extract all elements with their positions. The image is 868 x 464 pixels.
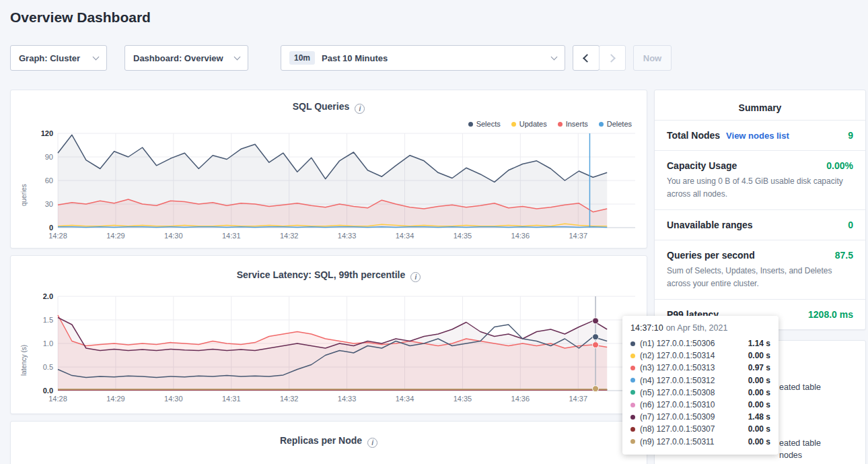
summary-row: Queries per second87.5Sum of Selects, Up… — [655, 240, 865, 299]
summary-label: Unavailable ranges — [667, 220, 753, 230]
summary-rows: Total NodesView nodes list9Capacity Usag… — [655, 120, 865, 329]
node-latency-value: 1.14 s — [748, 339, 770, 348]
tooltip-node-row: (n3) 127.0.0.1:503130.97 s — [630, 362, 770, 374]
node-address: (n8) 127.0.0.1:50307 — [640, 424, 715, 434]
service-latency-chart[interactable]: 14:2814:2914:3014:3114:3214:3314:3414:35… — [20, 292, 639, 407]
node-color-dot — [630, 390, 635, 395]
chart-title-row: Service Latency: SQL, 99th percentilei — [11, 269, 647, 282]
info-icon[interactable]: i — [355, 104, 365, 114]
svg-text:1.5: 1.5 — [43, 316, 53, 324]
tooltip-node-row: (n8) 127.0.0.1:503070.00 s — [630, 423, 770, 435]
tooltip-node-row: (n5) 127.0.0.1:503080.00 s — [630, 387, 770, 399]
tooltip-rows: (n1) 127.0.0.1:503061.14 s(n2) 127.0.0.1… — [630, 337, 770, 448]
chart-title-row: SQL Queriesi — [11, 101, 647, 114]
tooltip-node-row: (n6) 127.0.0.1:503100.00 s — [630, 399, 770, 411]
chart-title: Service Latency: SQL, 99th percentile — [237, 269, 406, 280]
chevron-left-icon — [583, 54, 591, 63]
node-color-dot — [630, 427, 635, 432]
time-range-badge: 10m — [289, 51, 315, 65]
node-latency-value: 0.00 s — [748, 388, 770, 397]
view-nodes-list-link[interactable]: View nodes list — [726, 131, 789, 141]
legend-item-selects[interactable]: Selects — [468, 120, 501, 128]
summary-label: Queries per second — [667, 250, 755, 261]
time-range-dropdown[interactable]: 10m Past 10 Minutes — [281, 45, 565, 71]
summary-value: 0.00% — [826, 160, 853, 171]
summary-value: 0 — [848, 220, 853, 230]
info-icon[interactable]: i — [367, 438, 377, 448]
now-button[interactable]: Now — [633, 45, 672, 71]
legend-color-dot — [558, 122, 563, 127]
svg-text:14:30: 14:30 — [164, 232, 183, 240]
svg-text:120: 120 — [41, 129, 53, 137]
node-color-dot — [630, 439, 635, 444]
svg-text:14:34: 14:34 — [396, 395, 414, 403]
node-address: (n3) 127.0.0.1:50313 — [640, 363, 715, 372]
summary-title: Summary — [655, 90, 865, 120]
svg-text:14:36: 14:36 — [511, 395, 530, 403]
page-title: Overview Dashboard — [10, 9, 151, 26]
node-latency-value: 0.00 s — [748, 437, 770, 446]
summary-label: Total Nodes — [667, 130, 720, 141]
svg-text:14:31: 14:31 — [222, 395, 241, 403]
svg-text:14:28: 14:28 — [48, 232, 67, 240]
replicas-per-node-chart-card: Replicas per Nodei — [10, 421, 647, 464]
chevron-down-icon — [234, 53, 241, 60]
sql-queries-chart-card: SQL Queriesi SelectsUpdatesInsertsDelete… — [10, 90, 647, 248]
svg-text:14:37: 14:37 — [569, 395, 587, 403]
tooltip-header: 14:37:10on Apr 5th, 2021 — [630, 323, 770, 333]
node-latency-value: 0.00 s — [748, 351, 770, 360]
time-next-button[interactable] — [599, 45, 626, 71]
legend-item-updates[interactable]: Updates — [511, 120, 547, 128]
time-prev-button[interactable] — [573, 45, 600, 71]
svg-text:60: 60 — [45, 176, 53, 185]
svg-text:0.5: 0.5 — [43, 363, 53, 371]
svg-text:14:29: 14:29 — [106, 232, 125, 240]
info-icon[interactable]: i — [410, 272, 421, 282]
node-color-dot — [630, 403, 635, 407]
summary-row: Unavailable ranges0 — [655, 209, 865, 240]
summary-panel: Summary Total NodesView nodes list9Capac… — [654, 90, 866, 330]
node-latency-value: 1.48 s — [748, 412, 770, 422]
summary-label: Capacity Usage — [667, 160, 737, 171]
node-color-dot — [630, 415, 635, 420]
svg-text:14:33: 14:33 — [338, 232, 357, 240]
legend-label: Selects — [476, 120, 501, 128]
chevron-right-icon — [607, 54, 616, 63]
summary-value: 9 — [848, 130, 853, 141]
svg-text:14:30: 14:30 — [164, 395, 183, 403]
svg-text:14:36: 14:36 — [511, 232, 530, 240]
sql-queries-chart[interactable]: 14:2814:2914:3014:3114:3214:3314:3414:35… — [20, 129, 639, 244]
dashboard-dropdown[interactable]: Dashboard: Overview — [124, 45, 248, 71]
chart-title: Replicas per Node — [280, 435, 362, 446]
node-color-dot — [630, 366, 635, 370]
tooltip-time: 14:37:10 — [630, 323, 663, 333]
legend-color-dot — [599, 122, 604, 127]
chevron-down-icon — [551, 53, 558, 60]
node-address: (n5) 127.0.0.1:50308 — [640, 388, 715, 397]
svg-text:14:34: 14:34 — [396, 232, 414, 240]
time-range-label: Past 10 Minutes — [322, 53, 388, 63]
node-color-dot — [630, 354, 635, 358]
svg-text:90: 90 — [45, 153, 53, 161]
tooltip-node-row: (n1) 127.0.0.1:503061.14 s — [630, 337, 770, 350]
event-text-fragment: nodes — [779, 451, 802, 460]
summary-subtext: You are using 0 B of 4.5 GiB usable disk… — [667, 175, 853, 200]
summary-value: 1208.0 ms — [808, 309, 853, 320]
legend-color-dot — [468, 122, 473, 127]
node-address: (n9) 127.0.0.1:50311 — [640, 437, 715, 446]
graph-dropdown-label: Graph: Cluster — [19, 53, 80, 63]
legend-label: Updates — [519, 120, 547, 128]
tooltip-node-row: (n7) 127.0.0.1:503091.48 s — [630, 411, 770, 423]
chart-legend: SelectsUpdatesInsertsDeletes — [468, 120, 632, 128]
svg-text:14:29: 14:29 — [106, 395, 125, 403]
svg-text:30: 30 — [45, 200, 53, 208]
node-address: (n1) 127.0.0.1:50306 — [640, 339, 715, 348]
event-text-fragment: eated table — [779, 383, 821, 392]
tooltip-node-row: (n2) 127.0.0.1:503140.00 s — [630, 350, 770, 362]
node-address: (n2) 127.0.0.1:50314 — [640, 351, 715, 360]
graph-dropdown[interactable]: Graph: Cluster — [10, 45, 107, 71]
legend-item-deletes[interactable]: Deletes — [599, 120, 632, 128]
legend-label: Inserts — [566, 120, 588, 128]
svg-text:2.0: 2.0 — [43, 292, 53, 300]
legend-item-inserts[interactable]: Inserts — [558, 120, 588, 128]
